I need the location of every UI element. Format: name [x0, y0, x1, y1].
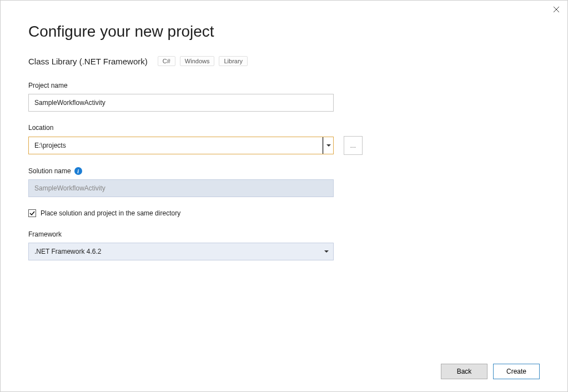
- solution-name-label: Solution name: [28, 167, 71, 175]
- project-name-group: Project name: [28, 82, 540, 112]
- close-icon: [553, 6, 560, 13]
- solution-name-label-row: Solution name i: [28, 167, 540, 175]
- location-combo[interactable]: [28, 137, 334, 154]
- page-title: Configure your new project: [28, 23, 540, 41]
- checkmark-icon: [29, 210, 35, 216]
- tag: Library: [219, 56, 248, 66]
- template-tags: C# Windows Library: [158, 56, 248, 66]
- framework-group: Framework .NET Framework 4.6.2: [28, 230, 540, 260]
- location-row: ...: [28, 136, 540, 155]
- solution-name-placeholder: SampleWorkflowActivity: [34, 184, 105, 192]
- dialog-footer: Back Create: [441, 364, 540, 379]
- solution-name-group: Solution name i SampleWorkflowActivity: [28, 167, 540, 197]
- location-input[interactable]: [29, 137, 323, 154]
- framework-select[interactable]: .NET Framework 4.6.2: [28, 243, 334, 260]
- back-button[interactable]: Back: [441, 364, 487, 379]
- browse-button[interactable]: ...: [344, 136, 363, 155]
- solution-name-input: SampleWorkflowActivity: [28, 179, 334, 197]
- same-directory-checkbox[interactable]: [28, 209, 36, 217]
- project-name-input[interactable]: [28, 94, 334, 112]
- same-directory-row: Place solution and project in the same d…: [28, 209, 540, 217]
- project-name-label: Project name: [28, 82, 540, 89]
- chevron-down-icon: [326, 144, 331, 147]
- dialog-content: Configure your new project Class Library…: [1, 1, 567, 260]
- close-button[interactable]: [552, 5, 561, 14]
- info-icon[interactable]: i: [74, 167, 82, 175]
- template-name: Class Library (.NET Framework): [28, 57, 148, 66]
- framework-dropdown-button[interactable]: [324, 250, 329, 253]
- framework-label: Framework: [28, 230, 540, 238]
- framework-value: .NET Framework 4.6.2: [34, 248, 101, 255]
- create-button[interactable]: Create: [493, 364, 540, 379]
- location-label: Location: [28, 124, 540, 132]
- tag: C#: [158, 56, 175, 66]
- tag: Windows: [180, 56, 215, 66]
- chevron-down-icon: [324, 250, 329, 253]
- location-group: Location ...: [28, 124, 540, 155]
- location-dropdown-button[interactable]: [323, 137, 333, 154]
- template-row: Class Library (.NET Framework) C# Window…: [28, 56, 540, 66]
- same-directory-label: Place solution and project in the same d…: [41, 209, 180, 217]
